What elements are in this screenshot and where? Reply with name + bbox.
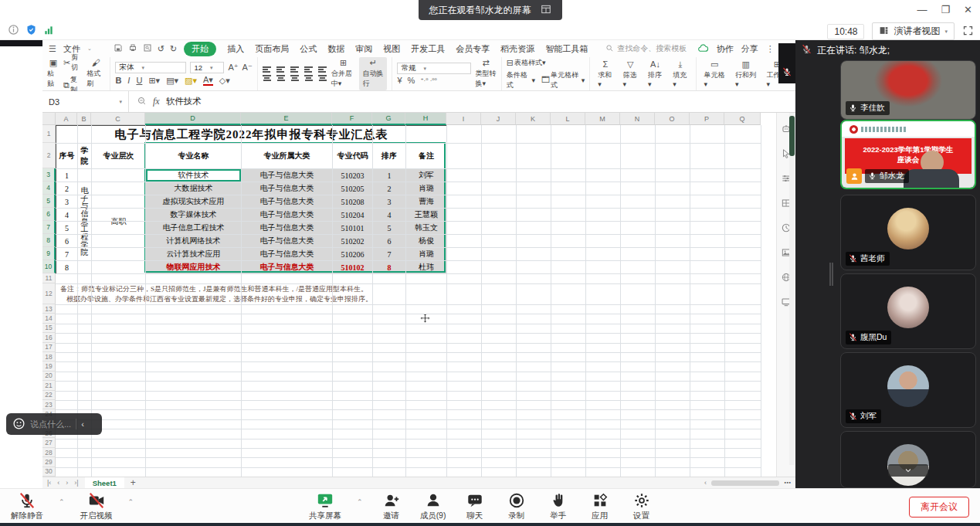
name-box[interactable]: D3▾: [42, 91, 129, 112]
cell-category[interactable]: 电子与信息大类: [242, 235, 333, 248]
col-header-P[interactable]: P: [690, 113, 724, 125]
row-header-15[interactable]: 15: [42, 324, 56, 333]
merge-center-button[interactable]: ⊞合并居中▾: [331, 59, 356, 89]
table-header-cell[interactable]: 学院: [78, 144, 92, 169]
percent-icon[interactable]: %: [408, 76, 415, 85]
members-button[interactable]: 成员(9): [420, 491, 446, 521]
row-header-14[interactable]: 14: [42, 314, 56, 323]
hamburger-menu-icon[interactable]: ☰: [49, 45, 56, 53]
cell-code[interactable]: 510208: [333, 195, 373, 209]
add-sheet-button[interactable]: +: [131, 477, 136, 488]
align-icon[interactable]: [263, 66, 272, 73]
wps-tab-6[interactable]: 审阅: [355, 43, 372, 55]
cell-order[interactable]: 1: [373, 169, 406, 182]
expand-options-caret[interactable]: ⌃: [357, 498, 363, 506]
undo-icon[interactable]: ↺: [158, 44, 164, 53]
leave-meeting-button[interactable]: 离开会议: [909, 497, 969, 518]
cell-no[interactable]: 8: [56, 261, 78, 274]
table-header-cell[interactable]: 专业层次: [92, 144, 146, 169]
participant-tile-腹黑Du[interactable]: 腹黑Du: [840, 273, 976, 349]
scrollbar-thumb[interactable]: [789, 116, 795, 156]
cell-major-name[interactable]: 大数据技术: [146, 182, 242, 195]
cell-code[interactable]: 510202: [333, 235, 373, 248]
col-header-D[interactable]: D: [145, 113, 241, 125]
prev-sheet-icon[interactable]: ‹: [57, 479, 59, 487]
col-header-Q[interactable]: Q: [724, 113, 761, 125]
cell-note[interactable]: 杨俊: [406, 235, 447, 248]
horizontal-scrollbar[interactable]: [711, 480, 779, 486]
fill-color-icon[interactable]: ▨▾: [185, 76, 197, 85]
security-shield-icon[interactable]: [25, 24, 37, 38]
align-icon[interactable]: [318, 66, 327, 73]
font-name-select[interactable]: 宋体▾: [115, 62, 186, 73]
wps-tab-5[interactable]: 数据: [327, 43, 344, 55]
wps-tab-9[interactable]: 会员专享: [456, 43, 490, 55]
col-header-C[interactable]: C: [91, 113, 145, 125]
table-header-cell[interactable]: 专业所属大类: [242, 144, 333, 169]
select-all-corner[interactable]: [42, 113, 56, 125]
chat-placeholder[interactable]: 说点什么...: [30, 419, 71, 430]
close-button[interactable]: ✕: [964, 4, 972, 15]
cell-major-name[interactable]: 数字媒体技术: [146, 209, 242, 222]
cell-order[interactable]: 5: [373, 222, 406, 235]
cell-code[interactable]: 510101: [333, 222, 373, 235]
align-icon[interactable]: [304, 66, 314, 73]
cell-no[interactable]: 6: [56, 235, 78, 248]
table-header-cell[interactable]: 排序: [373, 144, 406, 169]
col-header-O[interactable]: O: [655, 113, 690, 125]
row-header-16[interactable]: 16: [42, 333, 56, 342]
expand-tiles-button[interactable]: [888, 464, 928, 477]
chat-quick-input[interactable]: 说点什么... ‹: [6, 413, 102, 435]
cell-category[interactable]: 电子与信息大类: [242, 195, 333, 209]
row-header-12[interactable]: 12: [42, 283, 56, 304]
row-header-6[interactable]: 6: [42, 208, 56, 221]
row-header-27[interactable]: 27: [42, 438, 56, 447]
cell-category[interactable]: 电子与信息大类: [242, 248, 333, 261]
collab-button[interactable]: 协作: [717, 43, 734, 55]
row-header-20[interactable]: 20: [42, 372, 56, 381]
cell-category[interactable]: 电子与信息大类: [242, 261, 333, 274]
sheet-grid[interactable]: ABCDEFGHIJKLMNOPQ 1234567891011121314151…: [42, 113, 776, 477]
last-sheet-icon[interactable]: ›|: [74, 479, 78, 487]
row-header-22[interactable]: 22: [42, 391, 56, 400]
col-header-K[interactable]: K: [516, 113, 551, 125]
format-painter-button[interactable]: 🖌格式刷: [86, 59, 105, 89]
align-icon[interactable]: [290, 66, 300, 73]
row-header-17[interactable]: 17: [42, 343, 56, 352]
table-header-cell[interactable]: 专业代码: [333, 144, 373, 169]
print-icon[interactable]: [128, 43, 137, 54]
screen-share-button[interactable]: 共享屏幕: [309, 491, 341, 521]
col-header-H[interactable]: H: [405, 113, 446, 125]
shrink-font-icon[interactable]: A⁻: [242, 63, 253, 72]
col-header-M[interactable]: M: [585, 113, 620, 125]
row-header-13[interactable]: 13: [42, 304, 56, 314]
row-header-10[interactable]: 10: [42, 260, 56, 273]
layout-switch-icon[interactable]: [541, 4, 551, 17]
cell-note[interactable]: 王慧颖: [406, 209, 447, 222]
cell-order[interactable]: 4: [373, 209, 406, 222]
cell-note[interactable]: 肖璐: [406, 248, 447, 261]
fullscreen-icon[interactable]: [962, 25, 974, 39]
cell-note[interactable]: 韩玉文: [406, 222, 447, 235]
cell-code[interactable]: 510102: [333, 261, 373, 274]
wps-tab-2[interactable]: 插入: [227, 43, 244, 55]
next-sheet-icon[interactable]: ›: [66, 479, 68, 487]
col-header-A[interactable]: A: [56, 113, 77, 125]
type-convert-button[interactable]: ⇄类型转换▾: [475, 59, 496, 89]
cell-major-name[interactable]: 计算机网络技术: [146, 235, 242, 248]
align-icon[interactable]: [304, 75, 314, 81]
wps-tab-4[interactable]: 公式: [300, 43, 317, 55]
sheet-tab-sheet1[interactable]: Sheet1: [85, 477, 124, 488]
cell-order[interactable]: 8: [373, 261, 406, 274]
row-header-11[interactable]: 11: [42, 273, 56, 283]
sort-button[interactable]: A↓排序▾: [645, 60, 666, 88]
cell-category[interactable]: 电子与信息大类: [242, 169, 333, 182]
cell-code[interactable]: 510206: [333, 248, 373, 261]
settings-button[interactable]: 设置: [629, 491, 655, 521]
rows-cols-button[interactable]: ▥行和列▾: [732, 60, 760, 88]
cloud-icon[interactable]: [697, 42, 709, 56]
record-button[interactable]: 录制: [504, 491, 530, 521]
apps-button[interactable]: 应用: [587, 491, 613, 521]
participant-tile-茜老师[interactable]: 茜老师: [840, 195, 976, 270]
row-header-2[interactable]: 2: [42, 143, 56, 168]
